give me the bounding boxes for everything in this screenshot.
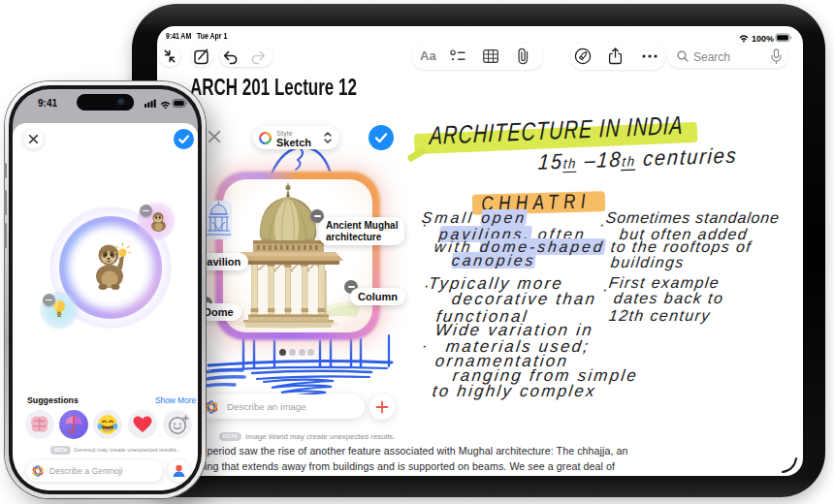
svg-text:100%: 100% xyxy=(752,34,774,44)
